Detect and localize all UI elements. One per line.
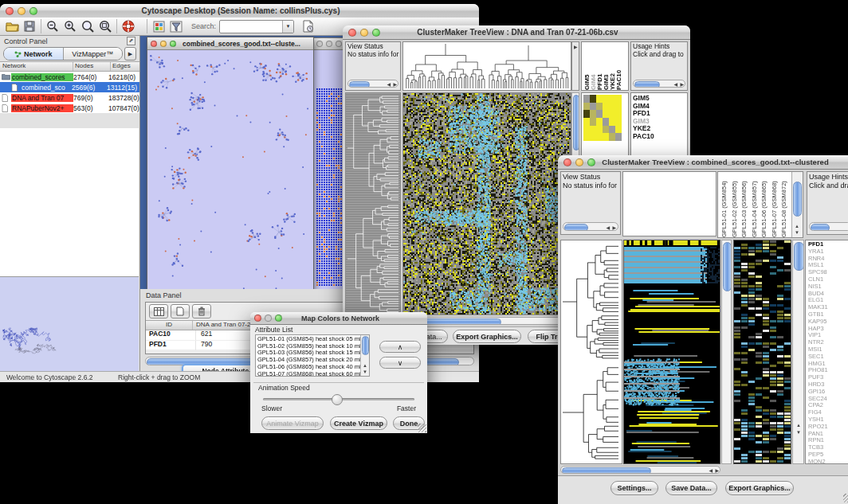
tv2-column-labels-panel[interactable]: GPL51-01 (GSM854)GPL51-02 (GSM855)GPL51-…	[717, 171, 803, 238]
row-dendrogram-canvas[interactable]	[346, 93, 400, 315]
tv2-hscrollbar[interactable]: ◀ ▶	[560, 466, 720, 474]
tv2-expression-vscrollbar[interactable]: ▲ ▼	[792, 240, 804, 464]
close-button[interactable]	[6, 7, 14, 15]
tv1-column-labels-panel[interactable]: GIM5GIM4PFD1GIM3YKE2PAC10	[581, 41, 629, 91]
matrix-cell[interactable]	[609, 95, 615, 103]
scroll-thumb[interactable]	[564, 224, 588, 231]
network-frame-titlebar[interactable]: combined_scores_good.txt--cluste...	[147, 37, 313, 50]
scroll-thumb[interactable]	[573, 95, 579, 150]
matrix-cell[interactable]	[603, 110, 609, 118]
tv2-expression-heatmap[interactable]	[733, 240, 791, 464]
move-up-button[interactable]: ∧	[379, 341, 421, 353]
scroll-thumb[interactable]	[362, 336, 369, 355]
resize-grip[interactable]	[418, 424, 426, 432]
expression-canvas[interactable]	[734, 240, 791, 463]
scroll-right-icon[interactable]: ▶	[393, 82, 397, 87]
matrix-cell[interactable]	[590, 126, 596, 134]
scroll-up-icon[interactable]: ▲	[363, 363, 367, 368]
zoom-button[interactable]	[170, 41, 176, 47]
col-header-network[interactable]: Network	[0, 62, 73, 71]
listbox-scrollbar[interactable]: ▲ ▼	[360, 335, 369, 376]
close-button[interactable]	[563, 158, 571, 166]
minimize-button[interactable]	[160, 41, 167, 47]
col-header-edges[interactable]: Edges	[111, 62, 139, 71]
resize-grip[interactable]	[843, 494, 848, 502]
scroll-left-icon[interactable]: ◀	[387, 82, 391, 87]
scroll-thumb[interactable]	[793, 182, 802, 217]
scroll-right-icon[interactable]: ▶	[574, 45, 578, 49]
cytoscape-titlebar[interactable]: Cytoscape Desktop (Session Name: collins…	[0, 4, 479, 18]
scroll-thumb[interactable]	[723, 242, 732, 291]
matrix-cell[interactable]	[590, 133, 596, 141]
zoom-button[interactable]	[275, 315, 282, 322]
scroll-down-icon[interactable]: ▼	[795, 230, 799, 235]
zoom-button[interactable]	[372, 29, 380, 37]
matrix-cell[interactable]	[596, 103, 603, 111]
col-header-nodes[interactable]: Nodes	[73, 62, 111, 71]
zoom-button[interactable]	[587, 158, 595, 166]
save-data-button[interactable]: Save Data...	[665, 481, 717, 495]
matrix-cell[interactable]	[609, 133, 615, 141]
matrix-cell[interactable]	[603, 95, 609, 103]
scroll-right-icon[interactable]: ▶	[612, 225, 616, 230]
matrix-cell[interactable]	[615, 103, 622, 111]
tv2-row-dendrogram[interactable]	[560, 240, 622, 464]
matrix-cell[interactable]	[596, 118, 603, 126]
scroll-down-icon[interactable]: ▼	[796, 430, 801, 435]
network-row[interactable]: combined_sco2569(6)13112(15)	[0, 82, 139, 92]
scroll-up-icon[interactable]: ▲	[795, 224, 799, 229]
help-lifesaver-icon[interactable]	[120, 18, 137, 34]
matrix-cell[interactable]	[603, 118, 609, 126]
minimize-button[interactable]	[18, 7, 26, 15]
float-panel-icon[interactable]: ⬈	[127, 37, 135, 45]
gene-label[interactable]: MON2	[808, 459, 848, 464]
close-button[interactable]	[348, 29, 356, 37]
matrix-cell[interactable]	[590, 95, 596, 103]
matrix-cell[interactable]	[583, 95, 590, 103]
matrix-cell[interactable]	[583, 133, 590, 141]
column-dendrogram-canvas[interactable]	[403, 42, 571, 90]
slider-thumb[interactable]	[332, 394, 343, 405]
tab-network[interactable]: Network	[4, 48, 64, 60]
delete-attribute-icon[interactable]	[192, 304, 211, 318]
zoom-fit-icon[interactable]	[96, 18, 114, 34]
scroll-thumb[interactable]	[634, 81, 660, 88]
matrix-cell[interactable]	[609, 126, 615, 134]
matrix-cell[interactable]	[596, 133, 603, 141]
zoom-button[interactable]	[29, 7, 37, 15]
scroll-left-icon[interactable]: ◀	[606, 225, 610, 230]
tv2-gene-labels-panel[interactable]: PFD1YRA1RNR4MSL1SPC98CLN1NIS1BUD4ELG1MAK…	[805, 240, 848, 464]
search-input[interactable]	[220, 21, 282, 33]
search-dropdown-arrow[interactable]: ▼	[282, 21, 293, 33]
row-dendrogram-canvas[interactable]	[561, 240, 622, 463]
view-status-scrollbar[interactable]: ◀ ▶	[347, 80, 398, 88]
usage-hints-scrollbar[interactable]	[809, 222, 848, 231]
zoom-out-icon[interactable]	[44, 18, 61, 34]
annotation-icon[interactable]	[299, 18, 316, 34]
minimize-button[interactable]	[575, 158, 583, 166]
matrix-cell[interactable]	[590, 103, 596, 111]
network-row[interactable]: combined_scores2764(0)16218(0)	[0, 72, 139, 82]
view-status-scrollbar[interactable]: ◀ ▶	[563, 222, 618, 231]
matrix-cell[interactable]	[583, 118, 590, 126]
scroll-right-icon[interactable]: ▶	[715, 468, 719, 473]
matrix-cell[interactable]	[583, 110, 590, 118]
network-overview-canvas[interactable]	[0, 277, 135, 368]
scroll-thumb[interactable]	[794, 242, 804, 271]
animation-speed-slider[interactable]	[263, 398, 414, 400]
zoom-button[interactable]	[336, 41, 342, 47]
network-row[interactable]: DNA and Tran 07769(0)183728(0)	[0, 92, 139, 103]
tab-vizmapper[interactable]: VizMapper™	[64, 48, 123, 60]
tv2-column-tree-area[interactable]	[622, 171, 716, 236]
save-icon[interactable]	[21, 18, 38, 34]
network-overview-panel[interactable]	[0, 276, 139, 371]
animate-vizmap-button[interactable]: Animate Vizmap	[261, 416, 324, 430]
scroll-left-icon[interactable]: ◀	[709, 468, 713, 473]
tv2-heatmap[interactable]	[623, 240, 720, 464]
zoom-selected-icon[interactable]	[79, 18, 96, 34]
matrix-cell[interactable]	[596, 110, 603, 118]
scroll-thumb[interactable]	[811, 224, 830, 231]
heatmap-canvas[interactable]	[403, 93, 571, 315]
matrix-cell[interactable]	[590, 110, 596, 118]
matrix-cell[interactable]	[615, 95, 622, 103]
